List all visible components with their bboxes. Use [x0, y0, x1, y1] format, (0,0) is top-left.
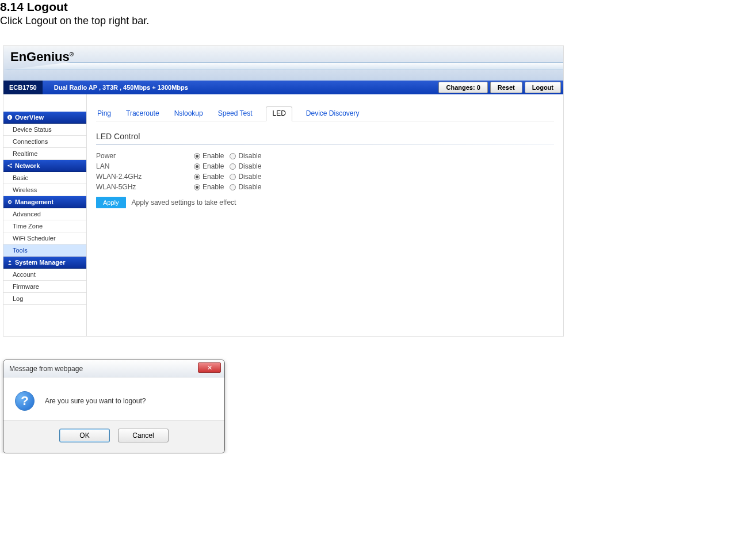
radio-wlan5-enable[interactable] [194, 184, 200, 190]
dialog-button-row: OK Cancel [3, 420, 224, 453]
device-tagline: Dual Radio AP , 3T3R , 450Mbps + 1300Mbp… [43, 84, 188, 91]
doc-heading: 8.14 Logout [0, 0, 756, 15]
close-icon: ✕ [207, 364, 212, 372]
sidebar-item-wireless[interactable]: Wireless [3, 184, 86, 196]
label-wlan24: WLAN-2.4GHz [96, 173, 194, 181]
share-icon [7, 163, 13, 169]
doc-subtext: Click Logout on the top right bar. [0, 15, 756, 27]
sidebar-item-account[interactable]: Account [3, 269, 86, 281]
dialog-title: Message from webpage [3, 365, 83, 373]
sidebar-section-label: Network [15, 162, 40, 169]
svg-point-8 [9, 201, 10, 203]
apply-row: Apply Apply saved settings to take effec… [96, 197, 554, 208]
radio-label-enable: Enable [203, 183, 224, 191]
router-header: EnGenius® [3, 46, 563, 81]
radio-group-wlan24: Enable Disable [194, 173, 266, 181]
sidebar-item-basic[interactable]: Basic [3, 172, 86, 184]
reset-button[interactable]: Reset [490, 82, 522, 93]
logout-dialog: Message from webpage ✕ ? Are you sure yo… [3, 360, 225, 453]
sidebar-section-label: OverView [15, 114, 44, 121]
sidebar-item-device-status[interactable]: Device Status [3, 124, 86, 136]
gear-icon [7, 199, 13, 205]
tab-device-discovery[interactable]: Device Discovery [305, 107, 361, 121]
radio-label-enable: Enable [203, 152, 224, 160]
svg-line-6 [9, 166, 12, 167]
sidebar-item-firmware[interactable]: Firmware [3, 281, 86, 293]
tab-speed-test[interactable]: Speed Test [217, 107, 254, 121]
svg-text:i: i [9, 116, 10, 120]
sidebar-section-network[interactable]: Network [3, 160, 86, 172]
brand-logo: EnGenius® [10, 49, 74, 64]
model-label: ECB1750 [3, 81, 43, 94]
sidebar-item-connections[interactable]: Connections [3, 136, 86, 148]
radio-lan-enable[interactable] [194, 163, 200, 170]
label-power: Power [96, 152, 194, 160]
sidebar-item-advanced[interactable]: Advanced [3, 208, 86, 220]
logout-button[interactable]: Logout [525, 82, 561, 93]
tab-traceroute[interactable]: Traceroute [125, 107, 161, 121]
radio-label-disable: Disable [238, 173, 261, 181]
radio-label-disable: Disable [238, 152, 261, 160]
svg-line-5 [9, 165, 12, 166]
sidebar-section-system-manager[interactable]: System Manager [3, 257, 86, 269]
radio-label-disable: Disable [238, 183, 261, 191]
sidebar-item-tools[interactable]: Tools [3, 245, 86, 257]
router-admin-frame: EnGenius® ECB1750 Dual Radio AP , 3T3R ,… [3, 45, 564, 337]
sidebar-item-log[interactable]: Log [3, 293, 86, 305]
user-icon [7, 259, 13, 265]
sidebar-spacer [3, 94, 86, 112]
dialog-titlebar: Message from webpage ✕ [3, 360, 224, 377]
top-button-group: Changes: 0 Reset Logout [438, 81, 561, 94]
dialog-body: ? Are you sure you want to logout? [3, 377, 224, 420]
row-wlan5: WLAN-5GHz Enable Disable [96, 182, 554, 192]
label-lan: LAN [96, 162, 194, 170]
row-wlan24: WLAN-2.4GHz Enable Disable [96, 171, 554, 182]
content-pane: Ping Traceroute Nslookup Speed Test LED … [87, 94, 563, 336]
sidebar-item-wifi-scheduler[interactable]: WiFi Scheduler [3, 232, 86, 245]
logo-text: EnGenius [10, 49, 70, 64]
sidebar-section-label: System Manager [15, 259, 65, 266]
logo-reg: ® [70, 51, 74, 58]
dialog-cancel-button[interactable]: Cancel [118, 429, 169, 442]
question-icon: ? [15, 391, 35, 411]
header-swoosh [3, 62, 563, 70]
apply-hint: Apply saved settings to take effect [132, 198, 236, 207]
tab-nslookup[interactable]: Nslookup [173, 107, 204, 121]
router-body: i OverView Device Status Connections Rea… [3, 94, 563, 336]
info-icon: i [7, 114, 13, 120]
dialog-ok-button[interactable]: OK [59, 429, 110, 442]
radio-group-wlan5: Enable Disable [194, 183, 266, 191]
radio-label-enable: Enable [203, 162, 224, 170]
row-power: Power Enable Disable [96, 151, 554, 161]
section-title: LED Control [96, 132, 554, 141]
dialog-close-button[interactable]: ✕ [198, 362, 221, 373]
tab-ping[interactable]: Ping [96, 107, 112, 121]
radio-label-disable: Disable [238, 162, 261, 170]
sidebar-section-management[interactable]: Management [3, 196, 86, 208]
radio-wlan24-enable[interactable] [194, 174, 200, 180]
sidebar: i OverView Device Status Connections Rea… [3, 94, 87, 336]
sidebar-item-realtime[interactable]: Realtime [3, 148, 86, 160]
label-wlan5: WLAN-5GHz [96, 183, 194, 191]
radio-lan-disable[interactable] [230, 163, 236, 170]
radio-wlan24-disable[interactable] [230, 174, 236, 180]
tab-led[interactable]: LED [266, 106, 292, 121]
apply-button[interactable]: Apply [96, 197, 126, 208]
radio-label-enable: Enable [203, 173, 224, 181]
changes-button[interactable]: Changes: 0 [438, 82, 487, 93]
sidebar-section-overview[interactable]: i OverView [3, 112, 86, 124]
section-divider [96, 144, 554, 145]
radio-power-disable[interactable] [230, 153, 236, 159]
radio-group-lan: Enable Disable [194, 162, 266, 170]
router-info-bar: ECB1750 Dual Radio AP , 3T3R , 450Mbps +… [3, 81, 563, 94]
sidebar-section-label: Management [15, 198, 54, 205]
svg-point-9 [9, 261, 10, 262]
tab-row: Ping Traceroute Nslookup Speed Test LED … [96, 106, 554, 121]
row-lan: LAN Enable Disable [96, 161, 554, 171]
radio-group-power: Enable Disable [194, 152, 266, 160]
radio-power-enable[interactable] [194, 153, 200, 159]
radio-wlan5-disable[interactable] [230, 184, 236, 190]
dialog-message: Are you sure you want to logout? [45, 397, 146, 405]
sidebar-item-time-zone[interactable]: Time Zone [3, 220, 86, 232]
